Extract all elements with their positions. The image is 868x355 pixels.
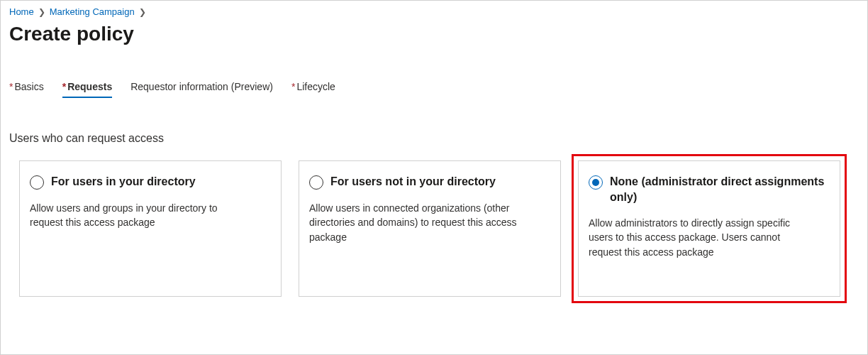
chevron-right-icon: ❯ xyxy=(38,7,45,17)
tab-requests[interactable]: *Requests xyxy=(62,81,112,97)
breadcrumb: Home ❯ Marketing Campaign ❯ xyxy=(9,6,859,17)
radio-button[interactable] xyxy=(589,175,603,190)
option-description: Allow users and groups in your directory… xyxy=(30,201,250,230)
option-card-none-admin-only[interactable]: None (administrator direct assignments o… xyxy=(578,160,840,297)
page-container: Home ❯ Marketing Campaign ❯ Create polic… xyxy=(0,0,868,355)
section-heading: Users who can request access xyxy=(9,132,859,145)
tab-lifecycle[interactable]: *Lifecycle xyxy=(291,81,335,97)
option-header: For users not in your directory xyxy=(309,174,547,190)
option-description: Allow users in connected organizations (… xyxy=(309,201,529,244)
page-title: Create policy xyxy=(9,23,859,45)
tab-label: Requests xyxy=(67,81,112,92)
tab-label: Basics xyxy=(14,81,43,92)
breadcrumb-link-home[interactable]: Home xyxy=(9,6,34,17)
option-card-users-not-in-directory[interactable]: For users not in your directory Allow us… xyxy=(299,160,561,297)
breadcrumb-link-marketing-campaign[interactable]: Marketing Campaign xyxy=(50,6,135,17)
tab-label: Requestor information (Preview) xyxy=(130,81,273,92)
radio-button[interactable] xyxy=(309,175,323,190)
option-header: For users in your directory xyxy=(30,174,268,190)
option-header: None (administrator direct assignments o… xyxy=(589,174,827,204)
tabs: *Basics *Requests Requestor information … xyxy=(9,81,859,97)
chevron-right-icon: ❯ xyxy=(139,7,146,17)
tab-requestor-information[interactable]: Requestor information (Preview) xyxy=(130,81,273,97)
option-description: Allow administrators to directly assign … xyxy=(589,216,808,259)
option-title: For users not in your directory xyxy=(330,174,496,190)
tab-label: Lifecycle xyxy=(296,81,335,92)
option-title: For users in your directory xyxy=(51,174,196,190)
required-star-icon: * xyxy=(62,81,66,92)
radio-inner-icon xyxy=(592,179,599,186)
option-card-users-in-directory[interactable]: For users in your directory Allow users … xyxy=(19,160,282,297)
radio-button[interactable] xyxy=(30,175,44,190)
required-star-icon: * xyxy=(9,81,13,92)
options-row: For users in your directory Allow users … xyxy=(9,160,859,297)
option-title: None (administrator direct assignments o… xyxy=(610,174,827,204)
required-star-icon: * xyxy=(291,81,295,92)
tab-basics[interactable]: *Basics xyxy=(9,81,44,97)
